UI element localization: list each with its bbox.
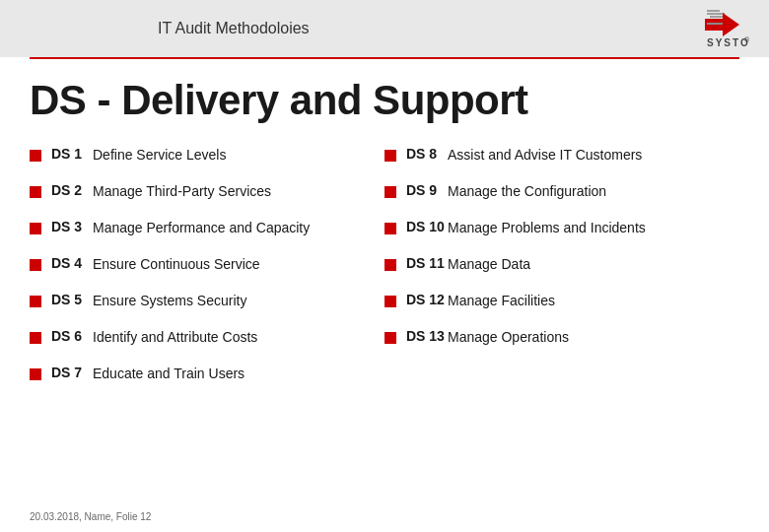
item-code: DS 11 (406, 255, 448, 271)
item-desc: Ensure Systems Security (93, 292, 246, 311)
item-desc: Manage Problems and Incidents (448, 219, 646, 238)
list-item: DS 5 Ensure Systems Security (30, 292, 384, 315)
systor-logo: SYSTOR ® (665, 7, 749, 51)
item-desc: Ensure Continuous Service (93, 255, 260, 275)
item-code: DS 4 (51, 255, 93, 271)
bullet-icon (384, 223, 396, 234)
list-item: DS 13 Manage Operations (384, 328, 739, 352)
list-item: DS 6 Identify and Attribute Costs (30, 328, 384, 352)
item-desc: Manage Operations (448, 328, 569, 348)
item-code: DS 8 (406, 146, 448, 162)
list-item: DS 9 Manage the Configuration (384, 182, 739, 206)
main-content: DS - Delivery and Support DS 1 Define Se… (0, 59, 769, 411)
bullet-icon (30, 259, 41, 271)
item-code: DS 1 (51, 146, 93, 162)
list-item: DS 10 Manage Problems and Incidents (384, 219, 739, 242)
page-title: DS - Delivery and Support (30, 77, 739, 124)
logo-area: SYSTOR ® (665, 7, 749, 51)
right-column: DS 8 Assist and Advise IT Customers DS 9… (384, 146, 739, 401)
list-item: DS 1 Define Service Levels (30, 146, 384, 169)
item-code: DS 13 (406, 328, 448, 344)
bullet-icon (30, 186, 41, 198)
bullet-icon (384, 259, 396, 271)
item-desc: Define Service Levels (93, 146, 226, 166)
list-item: DS 11 Manage Data (384, 255, 739, 279)
item-code: DS 9 (406, 182, 448, 198)
item-desc: Manage Performance and Capacity (93, 219, 310, 238)
bullet-icon (30, 223, 41, 234)
bullet-icon (384, 296, 396, 307)
svg-text:SYSTOR: SYSTOR (707, 37, 749, 48)
item-code: DS 10 (406, 219, 448, 234)
item-desc: Manage Data (448, 255, 530, 275)
item-desc: Assist and Advise IT Customers (448, 146, 642, 166)
bullet-icon (30, 332, 41, 344)
item-desc: Manage Facilities (448, 292, 555, 311)
bullet-icon (384, 186, 396, 198)
list-container: DS 1 Define Service Levels DS 2 Manage T… (30, 146, 739, 401)
svg-text:®: ® (744, 36, 749, 43)
list-item: DS 3 Manage Performance and Capacity (30, 219, 384, 242)
bullet-icon (384, 332, 396, 344)
item-desc: Identify and Attribute Costs (93, 328, 257, 348)
list-item: DS 12 Manage Facilities (384, 292, 739, 315)
bullet-icon (30, 150, 41, 162)
list-item: DS 2 Manage Third-Party Services (30, 182, 384, 206)
bullet-icon (30, 368, 41, 380)
bullet-icon (30, 296, 41, 307)
item-code: DS 7 (51, 365, 93, 380)
header-bar: IT Audit Methodoloies SYSTOR ® (0, 0, 769, 57)
footer: 20.03.2018, Name, Folie 12 (30, 511, 151, 522)
svg-rect-4 (707, 23, 723, 25)
list-item: DS 4 Ensure Continuous Service (30, 255, 384, 279)
item-code: DS 6 (51, 328, 93, 344)
item-code: DS 2 (51, 182, 93, 198)
list-item: DS 7 Educate and Train Users (30, 365, 384, 388)
item-desc: Manage the Configuration (448, 182, 606, 202)
item-code: DS 12 (406, 292, 448, 307)
item-desc: Manage Third-Party Services (93, 182, 271, 202)
footer-text: 20.03.2018, Name, Folie 12 (30, 511, 151, 522)
bullet-icon (384, 150, 396, 162)
item-code: DS 5 (51, 292, 93, 307)
list-item: DS 8 Assist and Advise IT Customers (384, 146, 739, 169)
item-desc: Educate and Train Users (93, 365, 245, 384)
left-column: DS 1 Define Service Levels DS 2 Manage T… (30, 146, 384, 401)
header-title: IT Audit Methodoloies (158, 20, 310, 37)
item-code: DS 3 (51, 219, 93, 234)
